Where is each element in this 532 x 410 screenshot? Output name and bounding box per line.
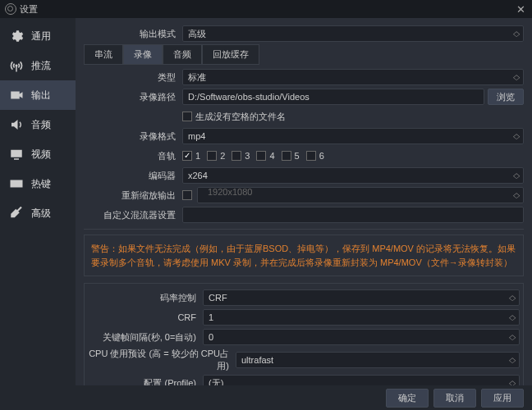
sidebar-item-label: 通用 (31, 30, 51, 43)
track-1-checkbox[interactable] (182, 151, 192, 161)
muxer-label: 自定义混流器设置 (84, 209, 182, 221)
tracks-label: 音轨 (84, 150, 182, 162)
output-icon (8, 87, 25, 103)
app-logo-icon (5, 3, 16, 15)
track-5-checkbox[interactable] (282, 151, 291, 161)
output-mode-label: 输出模式 (84, 28, 182, 40)
rec-type-label: 类型 (84, 71, 182, 84)
keyint-input[interactable]: 0 (203, 329, 520, 345)
rec-path-label: 录像路径 (84, 91, 182, 103)
sidebar-item-label: 输出 (31, 89, 51, 102)
tab-recording[interactable]: 录像 (123, 44, 163, 65)
sidebar-item-hotkeys[interactable]: 热键 (0, 169, 76, 198)
encoder-settings-group: 码率控制 CRF CRF 1 关键帧间隔(秒, 0=自动) 0 CPU 使用预设… (84, 283, 524, 385)
rec-format-label: 录像格式 (84, 130, 182, 143)
nospace-label: 生成没有空格的文件名 (195, 111, 286, 123)
profile-label: 配置 (Profile) (88, 377, 203, 386)
rescale-label: 重新缩放输出 (84, 189, 182, 202)
rescale-value: 1920x1080 (203, 187, 518, 203)
sidebar-item-stream[interactable]: 推流 (0, 51, 76, 80)
rate-control-select[interactable]: CRF (203, 289, 520, 306)
track-2-checkbox[interactable] (207, 151, 217, 161)
crf-input[interactable]: 1 (203, 309, 520, 326)
tab-streaming[interactable]: 串流 (84, 44, 123, 65)
preset-select[interactable]: ultrafast (236, 352, 520, 368)
close-icon[interactable]: ✕ (516, 3, 525, 16)
sidebar-item-label: 视频 (31, 148, 51, 162)
sidebar-item-output[interactable]: 输出 (0, 80, 76, 110)
divider (84, 229, 524, 230)
profile-select[interactable]: (无) (203, 375, 520, 385)
encoder-select[interactable]: x264 (182, 167, 524, 184)
keyint-label: 关键帧间隔(秒, 0=自动) (88, 331, 203, 344)
crf-label: CRF (88, 312, 203, 322)
footer: 确定 取消 应用 (0, 385, 532, 410)
rec-path-input[interactable] (182, 89, 484, 105)
cancel-button[interactable]: 取消 (433, 389, 476, 408)
content-panel: 输出模式 高级 串流 录像 音频 回放缓存 类型 标准 录像路径 浏览 生成没有… (76, 18, 532, 385)
ok-button[interactable]: 确定 (386, 389, 429, 408)
stream-icon (8, 57, 25, 74)
sidebar: 通用 推流 输出 音频 视频 热键 高级 (0, 18, 76, 385)
rec-format-select[interactable]: mp4 (182, 128, 524, 144)
rescale-checkbox[interactable] (182, 190, 192, 200)
warning-text: 警告：如果文件无法完成（例如，由于蓝屏BSOD、掉电等），保存到 MP4/MOV… (84, 235, 524, 276)
audio-icon (8, 116, 25, 133)
sidebar-item-audio[interactable]: 音频 (0, 110, 76, 139)
tab-audio[interactable]: 音频 (163, 44, 202, 65)
muxer-input[interactable] (182, 207, 524, 223)
video-icon (8, 146, 25, 162)
sidebar-item-general[interactable]: 通用 (0, 21, 76, 51)
titlebar: 设置 ✕ (0, 0, 532, 18)
encoder-label: 编码器 (84, 170, 182, 182)
sidebar-item-advanced[interactable]: 高级 (0, 198, 76, 228)
rec-type-select[interactable]: 标准 (182, 69, 524, 85)
sidebar-item-video[interactable]: 视频 (0, 139, 76, 169)
browse-button[interactable]: 浏览 (488, 89, 524, 105)
gear-icon (8, 28, 25, 44)
sidebar-item-label: 推流 (31, 59, 51, 73)
keyboard-icon (8, 175, 25, 192)
output-mode-select[interactable]: 高级 (182, 25, 524, 42)
window-title: 设置 (20, 3, 38, 16)
output-tabs: 串流 录像 音频 回放缓存 (84, 44, 524, 65)
sidebar-item-label: 热键 (31, 177, 51, 191)
apply-button[interactable]: 应用 (481, 389, 524, 408)
track-6-checkbox[interactable] (306, 151, 316, 161)
tab-replay[interactable]: 回放缓存 (202, 44, 259, 65)
track-4-checkbox[interactable] (256, 151, 266, 161)
nospace-checkbox[interactable] (182, 112, 192, 121)
track-3-checkbox[interactable] (232, 151, 241, 161)
rate-control-label: 码率控制 (88, 292, 203, 304)
sidebar-item-label: 音频 (31, 118, 51, 132)
sidebar-item-label: 高级 (31, 207, 51, 221)
preset-label: CPU 使用预设 (高 = 较少的 CPU占用) (88, 348, 236, 372)
tools-icon (8, 205, 25, 221)
